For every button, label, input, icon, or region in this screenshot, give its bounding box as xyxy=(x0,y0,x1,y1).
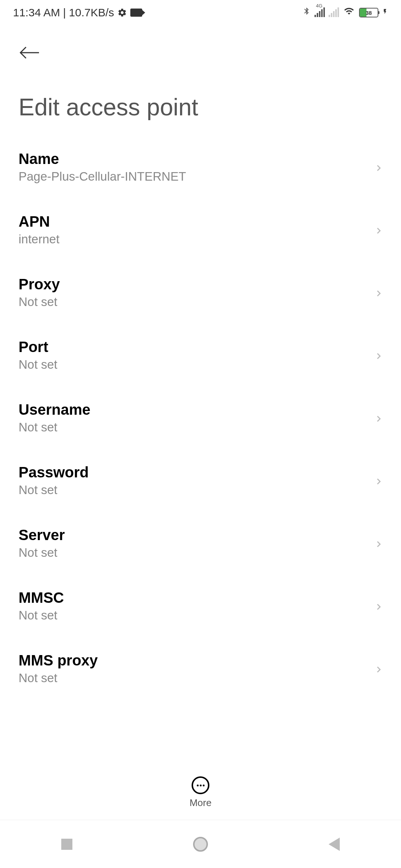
network-speed: 10.7KB/s xyxy=(69,6,114,19)
setting-value: internet xyxy=(19,232,374,246)
status-bar: 11:34 AM | 10.7KB/s 4G xyxy=(0,0,401,23)
wifi-icon xyxy=(343,6,355,19)
nav-recents-button[interactable] xyxy=(56,833,78,855)
chevron-right-icon xyxy=(374,351,382,360)
setting-label: MMSC xyxy=(19,589,374,606)
setting-mms-proxy[interactable]: MMS proxy Not set xyxy=(19,637,382,700)
setting-label: Port xyxy=(19,339,374,355)
setting-label: Username xyxy=(19,401,374,418)
setting-name[interactable]: Name Page-Plus-Cellular-INTERNET xyxy=(19,136,382,198)
chevron-right-icon xyxy=(374,476,382,485)
header xyxy=(0,23,401,71)
nav-home-button[interactable] xyxy=(189,833,212,855)
chevron-right-icon xyxy=(374,414,382,423)
circle-icon xyxy=(193,837,208,852)
status-left: 11:34 AM | 10.7KB/s xyxy=(13,6,142,19)
status-time: 11:34 AM xyxy=(13,6,60,19)
more-icon xyxy=(192,776,209,794)
setting-value: Not set xyxy=(19,295,374,309)
setting-value: Not set xyxy=(19,483,374,497)
chevron-right-icon xyxy=(374,602,382,611)
setting-value: Not set xyxy=(19,671,374,685)
setting-label: MMS proxy xyxy=(19,652,374,669)
status-separator: | xyxy=(63,6,66,19)
setting-value: Not set xyxy=(19,420,374,434)
back-button[interactable] xyxy=(19,42,41,64)
chevron-right-icon xyxy=(374,664,382,673)
setting-value: Not set xyxy=(19,608,374,622)
chevron-right-icon xyxy=(374,163,382,172)
chevron-right-icon xyxy=(374,288,382,297)
setting-mmsc[interactable]: MMSC Not set xyxy=(19,575,382,637)
setting-proxy[interactable]: Proxy Not set xyxy=(19,261,382,324)
setting-server[interactable]: Server Not set xyxy=(19,512,382,575)
bluetooth-icon xyxy=(303,6,311,19)
signal-no-sim-icon xyxy=(329,8,339,17)
setting-value: Page-Plus-Cellular-INTERNET xyxy=(19,170,374,184)
page-title: Edit access point xyxy=(0,71,401,136)
square-icon xyxy=(61,839,72,850)
setting-label: Name xyxy=(19,151,374,167)
nav-back-button[interactable] xyxy=(323,833,345,855)
status-right: 4G 38 xyxy=(303,6,388,19)
setting-label: Server xyxy=(19,527,374,543)
more-label: More xyxy=(189,797,211,809)
charging-icon xyxy=(382,6,388,19)
setting-port[interactable]: Port Not set xyxy=(19,324,382,387)
setting-value: Not set xyxy=(19,358,374,372)
more-button[interactable]: More xyxy=(189,776,211,809)
bottom-toolbar: More xyxy=(0,773,401,816)
settings-icon xyxy=(117,7,127,18)
chevron-right-icon xyxy=(374,226,382,234)
settings-list: Name Page-Plus-Cellular-INTERNET APN int… xyxy=(0,136,401,700)
signal-4g-icon: 4G xyxy=(314,8,325,17)
triangle-icon xyxy=(329,838,340,851)
camera-icon xyxy=(130,9,142,17)
navigation-bar xyxy=(0,820,401,868)
setting-label: APN xyxy=(19,213,374,230)
battery-level: 38 xyxy=(366,9,372,16)
setting-value: Not set xyxy=(19,546,374,560)
setting-label: Password xyxy=(19,464,374,481)
setting-username[interactable]: Username Not set xyxy=(19,387,382,449)
setting-password[interactable]: Password Not set xyxy=(19,449,382,512)
chevron-right-icon xyxy=(374,539,382,548)
setting-label: Proxy xyxy=(19,276,374,293)
setting-apn[interactable]: APN internet xyxy=(19,198,382,261)
battery-icon: 38 xyxy=(359,8,378,17)
